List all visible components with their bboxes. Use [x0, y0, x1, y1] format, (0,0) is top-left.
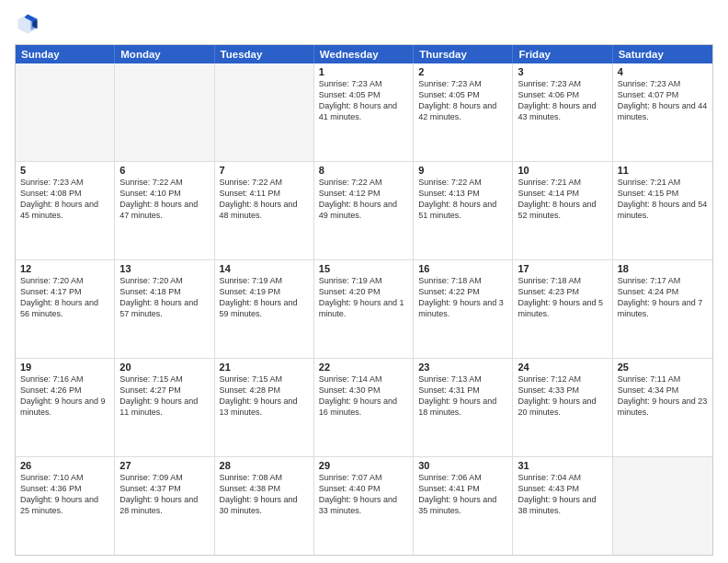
weekday-header-tuesday: Tuesday: [215, 45, 314, 63]
logo-icon: [15, 11, 40, 37]
calendar-cell-4: 4Sunrise: 7:23 AM Sunset: 4:07 PM Daylig…: [613, 63, 712, 161]
day-number: 31: [518, 460, 607, 471]
calendar-cell-22: 22Sunrise: 7:14 AM Sunset: 4:30 PM Dayli…: [314, 359, 414, 456]
cell-text: Sunrise: 7:22 AM Sunset: 4:13 PM Dayligh…: [418, 177, 507, 222]
day-number: 24: [518, 362, 607, 373]
day-number: 22: [319, 362, 408, 373]
calendar-cell-empty: [16, 63, 115, 161]
calendar-cell-24: 24Sunrise: 7:12 AM Sunset: 4:33 PM Dayli…: [513, 359, 612, 456]
calendar-cell-15: 15Sunrise: 7:19 AM Sunset: 4:20 PM Dayli…: [314, 260, 414, 358]
calendar-cell-25: 25Sunrise: 7:11 AM Sunset: 4:34 PM Dayli…: [613, 359, 712, 456]
calendar-row-3: 19Sunrise: 7:16 AM Sunset: 4:26 PM Dayli…: [16, 358, 712, 456]
day-number: 20: [119, 362, 209, 373]
day-number: 29: [319, 460, 408, 471]
day-number: 27: [119, 460, 209, 471]
cell-text: Sunrise: 7:21 AM Sunset: 4:15 PM Dayligh…: [618, 177, 708, 222]
day-number: 30: [418, 460, 507, 471]
calendar-cell-7: 7Sunrise: 7:22 AM Sunset: 4:11 PM Daylig…: [215, 162, 314, 259]
weekday-header-wednesday: Wednesday: [314, 45, 414, 63]
day-number: 2: [418, 66, 507, 77]
calendar-cell-2: 2Sunrise: 7:23 AM Sunset: 4:05 PM Daylig…: [414, 63, 513, 161]
day-number: 9: [418, 165, 507, 176]
day-number: 28: [220, 460, 309, 471]
calendar-cell-26: 26Sunrise: 7:10 AM Sunset: 4:36 PM Dayli…: [16, 457, 115, 555]
day-number: 19: [20, 362, 109, 373]
calendar-cell-19: 19Sunrise: 7:16 AM Sunset: 4:26 PM Dayli…: [16, 359, 115, 456]
calendar: SundayMondayTuesdayWednesdayThursdayFrid…: [15, 44, 713, 556]
calendar-cell-11: 11Sunrise: 7:21 AM Sunset: 4:15 PM Dayli…: [613, 162, 712, 259]
calendar-cell-17: 17Sunrise: 7:18 AM Sunset: 4:23 PM Dayli…: [513, 260, 612, 358]
weekday-header-sunday: Sunday: [16, 45, 115, 63]
cell-text: Sunrise: 7:15 AM Sunset: 4:28 PM Dayligh…: [220, 373, 309, 419]
calendar-cell-5: 5Sunrise: 7:23 AM Sunset: 4:08 PM Daylig…: [16, 162, 115, 259]
calendar-row-2: 12Sunrise: 7:20 AM Sunset: 4:17 PM Dayli…: [16, 259, 712, 358]
calendar-cell-empty: [115, 63, 214, 161]
cell-text: Sunrise: 7:11 AM Sunset: 4:34 PM Dayligh…: [618, 373, 708, 419]
cell-text: Sunrise: 7:10 AM Sunset: 4:36 PM Dayligh…: [20, 472, 109, 517]
cell-text: Sunrise: 7:22 AM Sunset: 4:10 PM Dayligh…: [119, 177, 209, 222]
logo: [15, 11, 44, 37]
cell-text: Sunrise: 7:23 AM Sunset: 4:06 PM Dayligh…: [518, 78, 607, 123]
calendar-row-0: 1Sunrise: 7:23 AM Sunset: 4:05 PM Daylig…: [16, 63, 712, 161]
day-number: 26: [20, 460, 109, 471]
day-number: 4: [618, 66, 708, 77]
day-number: 23: [418, 362, 507, 373]
calendar-cell-27: 27Sunrise: 7:09 AM Sunset: 4:37 PM Dayli…: [115, 457, 214, 555]
calendar-body: 1Sunrise: 7:23 AM Sunset: 4:05 PM Daylig…: [16, 63, 712, 555]
calendar-cell-20: 20Sunrise: 7:15 AM Sunset: 4:27 PM Dayli…: [115, 359, 214, 456]
day-number: 10: [518, 165, 607, 176]
cell-text: Sunrise: 7:20 AM Sunset: 4:17 PM Dayligh…: [20, 275, 109, 320]
calendar-cell-13: 13Sunrise: 7:20 AM Sunset: 4:18 PM Dayli…: [115, 260, 214, 358]
cell-text: Sunrise: 7:07 AM Sunset: 4:40 PM Dayligh…: [319, 472, 408, 517]
cell-text: Sunrise: 7:18 AM Sunset: 4:22 PM Dayligh…: [418, 275, 507, 320]
weekday-header-monday: Monday: [115, 45, 214, 63]
calendar-cell-empty: [215, 63, 314, 161]
cell-text: Sunrise: 7:16 AM Sunset: 4:26 PM Dayligh…: [20, 373, 109, 419]
cell-text: Sunrise: 7:14 AM Sunset: 4:30 PM Dayligh…: [319, 373, 408, 419]
day-number: 7: [220, 165, 309, 176]
calendar-cell-18: 18Sunrise: 7:17 AM Sunset: 4:24 PM Dayli…: [613, 260, 712, 358]
weekday-header-thursday: Thursday: [414, 45, 513, 63]
cell-text: Sunrise: 7:08 AM Sunset: 4:38 PM Dayligh…: [220, 472, 309, 517]
day-number: 12: [20, 263, 109, 274]
cell-text: Sunrise: 7:23 AM Sunset: 4:05 PM Dayligh…: [319, 78, 408, 123]
cell-text: Sunrise: 7:12 AM Sunset: 4:33 PM Dayligh…: [518, 373, 607, 419]
calendar-cell-30: 30Sunrise: 7:06 AM Sunset: 4:41 PM Dayli…: [414, 457, 513, 555]
day-number: 21: [220, 362, 309, 373]
calendar-cell-8: 8Sunrise: 7:22 AM Sunset: 4:12 PM Daylig…: [314, 162, 414, 259]
calendar-cell-12: 12Sunrise: 7:20 AM Sunset: 4:17 PM Dayli…: [16, 260, 115, 358]
weekday-header-friday: Friday: [513, 45, 612, 63]
weekday-header-saturday: Saturday: [613, 45, 712, 63]
calendar-cell-23: 23Sunrise: 7:13 AM Sunset: 4:31 PM Dayli…: [414, 359, 513, 456]
cell-text: Sunrise: 7:15 AM Sunset: 4:27 PM Dayligh…: [119, 373, 209, 419]
calendar-cell-29: 29Sunrise: 7:07 AM Sunset: 4:40 PM Dayli…: [314, 457, 414, 555]
calendar-header: SundayMondayTuesdayWednesdayThursdayFrid…: [16, 45, 712, 63]
calendar-cell-10: 10Sunrise: 7:21 AM Sunset: 4:14 PM Dayli…: [513, 162, 612, 259]
cell-text: Sunrise: 7:20 AM Sunset: 4:18 PM Dayligh…: [119, 275, 209, 320]
cell-text: Sunrise: 7:18 AM Sunset: 4:23 PM Dayligh…: [518, 275, 607, 320]
day-number: 16: [418, 263, 507, 274]
cell-text: Sunrise: 7:06 AM Sunset: 4:41 PM Dayligh…: [418, 472, 507, 517]
cell-text: Sunrise: 7:22 AM Sunset: 4:12 PM Dayligh…: [319, 177, 408, 222]
cell-text: Sunrise: 7:23 AM Sunset: 4:07 PM Dayligh…: [618, 78, 708, 123]
cell-text: Sunrise: 7:19 AM Sunset: 4:19 PM Dayligh…: [220, 275, 309, 320]
day-number: 17: [518, 263, 607, 274]
day-number: 18: [618, 263, 708, 274]
day-number: 13: [119, 263, 209, 274]
day-number: 1: [319, 66, 408, 77]
day-number: 6: [119, 165, 209, 176]
calendar-row-4: 26Sunrise: 7:10 AM Sunset: 4:36 PM Dayli…: [16, 456, 712, 555]
day-number: 3: [518, 66, 607, 77]
calendar-cell-6: 6Sunrise: 7:22 AM Sunset: 4:10 PM Daylig…: [115, 162, 214, 259]
cell-text: Sunrise: 7:23 AM Sunset: 4:08 PM Dayligh…: [20, 177, 109, 222]
day-number: 15: [319, 263, 408, 274]
calendar-cell-21: 21Sunrise: 7:15 AM Sunset: 4:28 PM Dayli…: [215, 359, 314, 456]
calendar-cell-empty: [613, 457, 712, 555]
calendar-row-1: 5Sunrise: 7:23 AM Sunset: 4:08 PM Daylig…: [16, 161, 712, 259]
day-number: 14: [220, 263, 309, 274]
day-number: 8: [319, 165, 408, 176]
calendar-cell-9: 9Sunrise: 7:22 AM Sunset: 4:13 PM Daylig…: [414, 162, 513, 259]
calendar-cell-28: 28Sunrise: 7:08 AM Sunset: 4:38 PM Dayli…: [215, 457, 314, 555]
header: [15, 11, 713, 37]
calendar-cell-31: 31Sunrise: 7:04 AM Sunset: 4:43 PM Dayli…: [513, 457, 612, 555]
